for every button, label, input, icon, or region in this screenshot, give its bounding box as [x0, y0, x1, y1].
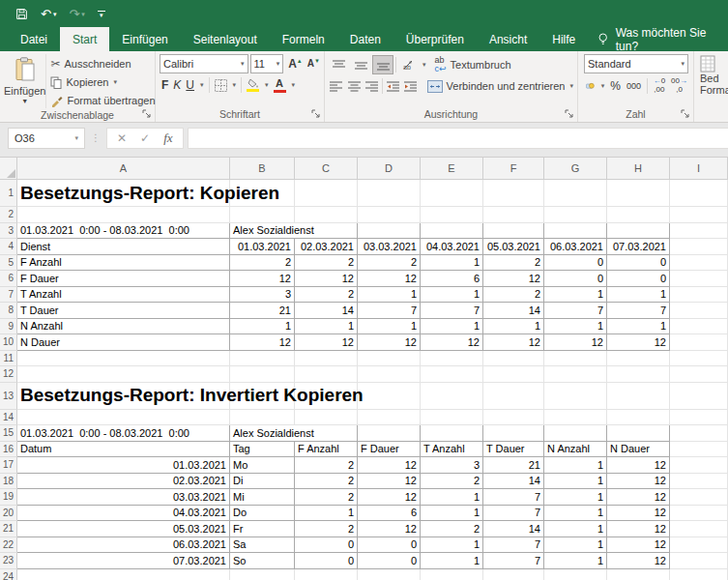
cell-F10[interactable]: 12: [483, 334, 544, 351]
cell-D14[interactable]: [358, 410, 421, 426]
row-header-4[interactable]: 4: [0, 239, 17, 255]
cell-B5[interactable]: 2: [230, 255, 295, 272]
cell-H7[interactable]: 1: [607, 287, 670, 304]
cell-B18[interactable]: Di: [230, 474, 295, 490]
cell-I4[interactable]: [670, 239, 728, 255]
tab-ansicht[interactable]: Ansicht: [477, 27, 539, 51]
cell-E12[interactable]: [421, 366, 483, 383]
cell-H23[interactable]: 12: [607, 553, 670, 569]
cell-A12[interactable]: [17, 366, 230, 383]
cell-A23[interactable]: 07.03.2021: [17, 553, 230, 569]
row-header-12[interactable]: 12: [0, 366, 17, 383]
cell-E6[interactable]: 6: [421, 271, 483, 287]
cell-H6[interactable]: 0: [607, 271, 670, 287]
undo-button[interactable]: ↶▾: [41, 8, 56, 20]
cell-F3[interactable]: [483, 223, 544, 240]
cell-C10[interactable]: 12: [295, 334, 358, 351]
increase-font-size-button[interactable]: A▲: [288, 57, 303, 71]
align-top-button[interactable]: [329, 56, 348, 73]
cell-C19[interactable]: 2: [295, 489, 358, 506]
column-header-E[interactable]: E: [421, 158, 483, 180]
cell-C8[interactable]: 14: [295, 303, 358, 319]
cell-D22[interactable]: 0: [358, 537, 421, 554]
cell-F4[interactable]: 05.03.2021: [483, 239, 544, 255]
cell-G8[interactable]: 7: [544, 303, 607, 319]
cell-F13[interactable]: [483, 383, 544, 410]
column-header-B[interactable]: B: [230, 158, 295, 180]
cell-A24[interactable]: [17, 569, 230, 580]
borders-icon[interactable]: [215, 79, 227, 92]
cell-G13[interactable]: [544, 383, 607, 410]
decrease-font-size-button[interactable]: A▼: [307, 58, 320, 69]
cell-C22[interactable]: 0: [295, 537, 358, 554]
merge-center-button[interactable]: Verbinden und zentrieren ▾: [427, 80, 573, 93]
cell-I15[interactable]: [670, 425, 728, 442]
cell-C17[interactable]: 2: [295, 457, 358, 474]
cell-G14[interactable]: [544, 410, 607, 426]
cell-I16[interactable]: [670, 442, 728, 458]
cell-I5[interactable]: [670, 255, 728, 272]
row-header-21[interactable]: 21: [0, 521, 17, 537]
comma-style-button[interactable]: 000: [626, 81, 641, 91]
cell-I11[interactable]: [670, 351, 728, 367]
cell-G2[interactable]: [544, 207, 607, 223]
cell-D10[interactable]: 12: [358, 334, 421, 351]
cell-A7[interactable]: T Anzahl: [17, 287, 230, 304]
cell-E3[interactable]: [421, 223, 483, 240]
cell-A13[interactable]: Besetzungs-Report: Invertiert Kopieren: [17, 383, 230, 410]
column-header-F[interactable]: F: [483, 158, 544, 180]
cell-I1[interactable]: [670, 180, 728, 207]
cell-H17[interactable]: 12: [607, 457, 670, 474]
cell-E1[interactable]: [421, 180, 483, 207]
tab-einfuegen[interactable]: Einfügen: [109, 27, 180, 51]
cell-E4[interactable]: 04.03.2021: [421, 239, 483, 255]
formula-bar-handle[interactable]: ⋮: [91, 132, 101, 143]
fill-color-button[interactable]: [247, 78, 259, 92]
cell-F19[interactable]: 7: [483, 489, 544, 506]
cell-I14[interactable]: [670, 410, 728, 426]
font-name-dropdown-icon[interactable]: ▾: [238, 60, 245, 68]
bold-button[interactable]: F: [161, 79, 168, 91]
column-header-A[interactable]: A: [17, 158, 230, 180]
font-name-combo[interactable]: Calibri ▾: [160, 54, 248, 73]
cell-A19[interactable]: 03.03.2021: [17, 489, 230, 506]
row-header-10[interactable]: 10: [0, 334, 17, 351]
cell-F15[interactable]: [483, 425, 544, 442]
cell-B3[interactable]: Alex Sozialdienst: [230, 223, 358, 240]
cell-I23[interactable]: [670, 553, 728, 569]
accounting-format-icon[interactable]: [586, 79, 595, 92]
enter-button[interactable]: ✓: [140, 131, 150, 145]
tab-ueberpruefen[interactable]: Überprüfen: [393, 27, 477, 51]
font-size-combo[interactable]: 11 ▾: [250, 54, 284, 73]
cell-A16[interactable]: Datum: [17, 442, 230, 458]
cell-G9[interactable]: 1: [544, 319, 607, 335]
row-header-20[interactable]: 20: [0, 506, 17, 522]
row-header-9[interactable]: 9: [0, 319, 17, 335]
increase-indent-button[interactable]: [403, 77, 418, 95]
cell-F7[interactable]: 2: [483, 287, 544, 304]
cell-D20[interactable]: 6: [358, 506, 421, 522]
cell-E23[interactable]: 1: [421, 553, 483, 569]
cell-F12[interactable]: [483, 366, 544, 383]
cell-A6[interactable]: F Dauer: [17, 271, 230, 287]
cell-F2[interactable]: [483, 207, 544, 223]
cell-C4[interactable]: 02.03.2021: [295, 239, 358, 255]
row-header-5[interactable]: 5: [0, 255, 17, 272]
undo-dropdown-icon[interactable]: ▾: [53, 11, 57, 17]
redo-button[interactable]: ↷▾: [69, 8, 84, 20]
cell-C23[interactable]: 0: [295, 553, 358, 569]
cell-B23[interactable]: So: [230, 553, 295, 569]
cell-I17[interactable]: [670, 457, 728, 474]
cell-H4[interactable]: 07.03.2021: [607, 239, 670, 255]
decrease-indent-button[interactable]: [386, 77, 400, 95]
cell-D24[interactable]: [358, 569, 421, 580]
cell-D18[interactable]: 12: [358, 474, 421, 490]
wrap-text-button[interactable]: abc↩ Textumbruch: [435, 56, 511, 73]
cell-F24[interactable]: [483, 569, 544, 580]
select-all-button[interactable]: [0, 158, 17, 180]
cell-E15[interactable]: [421, 425, 483, 442]
cell-D3[interactable]: [358, 223, 421, 240]
row-header-23[interactable]: 23: [0, 553, 17, 569]
cell-D16[interactable]: F Dauer: [358, 442, 421, 458]
cell-A21[interactable]: 05.03.2021: [17, 521, 230, 537]
